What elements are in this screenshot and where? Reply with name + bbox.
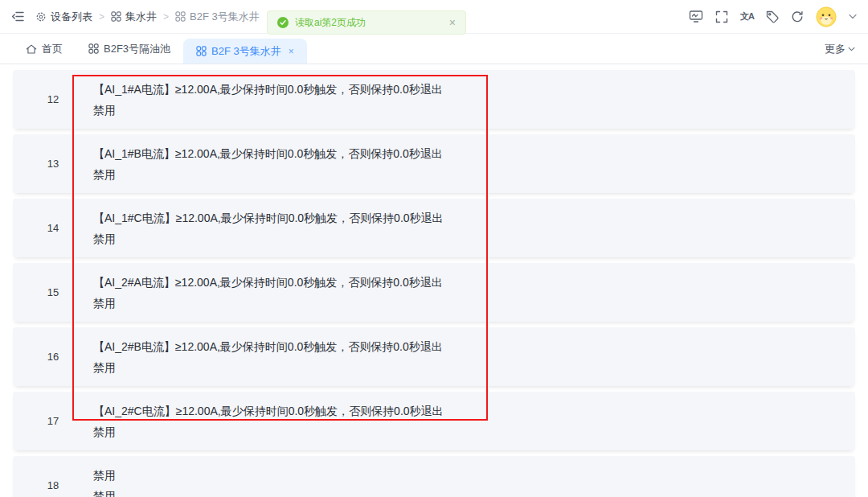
table-row[interactable]: 13 【AI_1#B电流】≥12.00A,最少保持时间0.0秒触发，否则保持0.… [13,134,855,193]
sidebar-fold-icon[interactable] [11,10,24,23]
rule-status: 禁用 [93,100,443,121]
table-row[interactable]: 17 【AI_2#C电流】≥12.00A,最少保持时间0.0秒触发，否则保持0.… [13,392,855,450]
chevron-down-icon[interactable] [849,14,857,19]
toast-success: 读取ai第2页成功 × [267,10,466,35]
fullscreen-icon[interactable] [715,10,728,23]
toast-message: 读取ai第2页成功 [295,16,366,30]
rule-text: 【AI_2#B电流】≥12.00A,最少保持时间0.0秒触发，否则保持0.0秒退… [93,336,443,357]
grid-icon [88,43,99,54]
tab-b2f3-grease-trap[interactable]: B2F3号隔油池 [76,34,183,64]
row-index: 16 [13,351,93,363]
grid-icon [111,11,121,22]
avatar[interactable] [816,6,837,27]
check-circle-icon [277,17,289,28]
tab-b2f3-sump-active[interactable]: B2F 3号集水井 × [183,39,307,64]
tab-bar: 首页 B2F3号隔油池 B2F 3号集水井 × 更多 [0,34,868,64]
more-label: 更多 [825,42,845,56]
table-row[interactable]: 15 【AI_2#A电流】≥12.00A,最少保持时间0.0秒触发，否则保持0.… [13,263,855,322]
row-index: 17 [13,415,93,427]
tab-label: 首页 [42,42,63,56]
rules-list: 12 【AI_1#A电流】≥12.00A,最少保持时间0.0秒触发，否则保持0.… [0,64,868,497]
tag-icon[interactable] [766,10,779,23]
rule-status: 禁用 [93,421,444,442]
breadcrumb-item-sump[interactable]: 集水井 [111,10,157,24]
row-index: 15 [13,286,93,298]
toast-close-icon[interactable]: × [449,17,456,28]
rule-status: 禁用 [93,228,444,249]
breadcrumb-item-device-list[interactable]: 设备列表 [35,10,92,24]
tab-label: B2F3号隔油池 [104,42,170,56]
translate-icon[interactable]: 文A [740,10,754,23]
header-actions: 文A [689,6,857,27]
row-index: 14 [13,222,93,234]
rule-text: 【AI_2#C电流】≥12.00A,最少保持时间0.0秒触发，否则保持0.0秒退… [93,400,444,421]
chevron-down-icon [848,47,855,51]
rule-text: 【AI_1#C电流】≥12.00A,最少保持时间0.0秒触发，否则保持0.0秒退… [93,207,444,228]
row-index: 12 [13,93,93,105]
gear-icon [35,11,47,23]
rule-text: 【AI_2#A电流】≥12.00A,最少保持时间0.0秒触发，否则保持0.0秒退… [93,272,443,293]
breadcrumb-separator: > [163,11,169,23]
rule-text: 禁用 [93,465,116,486]
rule-text: 【AI_1#B电流】≥12.00A,最少保持时间0.0秒触发，否则保持0.0秒退… [93,143,443,164]
tab-close-icon[interactable]: × [289,46,294,57]
more-dropdown[interactable]: 更多 [825,34,855,64]
tab-label: B2F 3号集水井 [211,44,281,59]
table-row[interactable]: 18 禁用 禁用 [13,456,855,497]
refresh-icon[interactable] [791,10,804,23]
row-index: 18 [13,479,93,491]
rule-text: 【AI_1#A电流】≥12.00A,最少保持时间0.0秒触发，否则保持0.0秒退… [93,79,443,100]
breadcrumb-separator: > [99,11,104,23]
breadcrumb-label: 集水井 [125,10,157,24]
grid-icon [175,11,186,22]
breadcrumb-label: 设备列表 [51,10,92,24]
table-row[interactable]: 14 【AI_1#C电流】≥12.00A,最少保持时间0.0秒触发，否则保持0.… [13,199,855,257]
grid-icon [196,46,207,56]
breadcrumb: 设备列表 > 集水井 > B2F 3号集水井 [35,10,260,24]
app-header: 设备列表 > 集水井 > B2F 3号集水井 [0,0,868,34]
table-row[interactable]: 16 【AI_2#B电流】≥12.00A,最少保持时间0.0秒触发，否则保持0.… [13,327,855,386]
rule-status: 禁用 [93,486,116,497]
rule-status: 禁用 [93,357,443,378]
rule-status: 禁用 [93,293,443,314]
monitor-icon[interactable] [689,10,703,23]
breadcrumb-label: B2F 3号集水井 [190,10,260,24]
home-icon [26,43,37,55]
table-row[interactable]: 12 【AI_1#A电流】≥12.00A,最少保持时间0.0秒触发，否则保持0.… [13,70,855,129]
breadcrumb-item-current: B2F 3号集水井 [175,10,260,24]
row-index: 13 [13,158,93,170]
tab-home[interactable]: 首页 [13,34,76,64]
page: 设备列表 > 集水井 > B2F 3号集水井 [0,0,868,497]
rule-status: 禁用 [93,164,443,185]
